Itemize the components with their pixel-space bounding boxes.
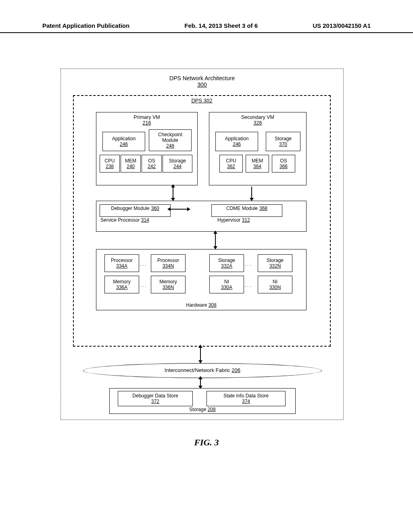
arrow-secondary-hypervisor	[251, 187, 252, 199]
hardware: Processor334A . . . Processor334N Storag…	[96, 249, 307, 310]
checkpoint-module: Checkpoint Module 248	[149, 129, 192, 151]
header-center: Feb. 14, 2013 Sheet 3 of 6	[184, 22, 258, 29]
cdme-module: CDME Module 368	[211, 204, 282, 217]
state-info-data-store: State Info Data Store 374	[206, 391, 286, 406]
secondary-application: Application 246	[215, 132, 258, 151]
memory-n: Memory336N	[151, 276, 186, 293]
storage-label: Storage 208	[110, 407, 295, 412]
memory-a: Memory336A	[104, 276, 139, 293]
hardware-label: Hardware 308	[96, 302, 306, 308]
primary-storage: Storage244	[163, 155, 192, 172]
hypervisor-label: Hypervisor 312	[217, 217, 250, 223]
secondary-storage: Storage 370	[266, 132, 300, 151]
dps-title: DPS 302	[74, 98, 330, 104]
storage-a: Storage332A	[209, 254, 244, 272]
header-left: Patent Application Publication	[42, 22, 129, 29]
dps-network-architecture: DPS Network Architecture 300 DPS 302 Pri…	[60, 69, 344, 420]
ni-a: NI330A	[209, 276, 244, 293]
network-fabric: Interconnect/Network Fabric 206	[83, 363, 322, 378]
arrow-primary-hypervisor	[173, 187, 173, 199]
primary-vm-title: Primary VM 216	[96, 114, 197, 126]
debugger-data-store: Debugger Data Store 372	[118, 391, 193, 406]
secondary-cpu: CPU362	[219, 155, 243, 172]
header-right: US 2013/0042150 A1	[313, 22, 371, 29]
diagram: DPS Network Architecture 300 DPS 302 Pri…	[60, 69, 343, 431]
debugger-module: Debugger Module 360	[100, 204, 171, 217]
secondary-os: OS366	[272, 155, 295, 172]
secondary-vm-title: Secondary VM 326	[209, 114, 306, 126]
arrow-hypervisor-hardware	[215, 233, 216, 247]
primary-mem: MEM240	[121, 155, 141, 172]
arrow-debugger-cdme	[170, 209, 188, 210]
secondary-vm: Secondary VM 326 Application 246 Storage…	[209, 112, 307, 185]
processor-a: Processor334A	[104, 254, 139, 272]
arrow-dps-fabric	[200, 347, 201, 361]
primary-application: Application 246	[102, 132, 145, 151]
primary-os: OS242	[142, 155, 162, 172]
page-header: Patent Application Publication Feb. 14, …	[0, 22, 413, 33]
secondary-mem: MEM364	[246, 155, 269, 172]
dps-box: DPS 302 Primary VM 216 Application 246 C…	[73, 95, 331, 347]
hypervisor: Debugger Module 360 Service Processor 31…	[96, 201, 307, 232]
primary-cpu: CPU238	[100, 155, 120, 172]
service-processor: Service Processor 314	[100, 217, 149, 223]
storage-bottom: Debugger Data Store 372 State Info Data …	[109, 388, 296, 414]
primary-vm: Primary VM 216 Application 246 Checkpoin…	[96, 112, 198, 185]
arrow-fabric-storage	[200, 378, 201, 387]
figure-label: FIG. 3	[0, 437, 413, 448]
processor-n: Processor334N	[151, 254, 186, 272]
arch-title: DPS Network Architecture 300	[61, 75, 343, 88]
ni-n: NI330N	[258, 276, 292, 293]
storage-n: Storage332N	[258, 254, 292, 272]
